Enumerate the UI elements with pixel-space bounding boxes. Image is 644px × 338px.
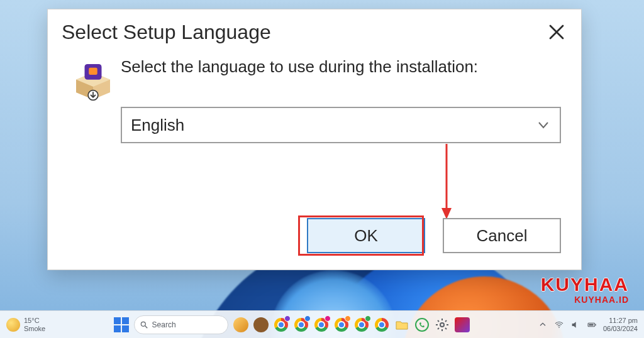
svg-rect-10 — [595, 324, 596, 325]
taskbar-system-tray: 11:27 pm 06/03/2024 — [538, 317, 638, 332]
taskbar-center: Search — [114, 315, 470, 334]
taskbar-chrome-icon[interactable] — [314, 317, 329, 332]
taskbar-app-icon[interactable] — [253, 317, 269, 332]
dialog-title: Select Setup Language — [62, 21, 271, 44]
svg-rect-1 — [89, 68, 97, 75]
taskbar-whatsapp-icon[interactable] — [414, 317, 430, 332]
watermark: KUYHAA KUYHAA.ID — [541, 275, 629, 304]
taskbar-chrome-icon[interactable] — [294, 317, 309, 332]
taskbar-chrome-icon[interactable] — [334, 317, 349, 332]
taskbar-weather[interactable]: 15°C Smoke — [6, 317, 45, 332]
taskbar-chrome-icon[interactable] — [374, 317, 389, 332]
wifi-icon[interactable] — [554, 320, 564, 330]
weather-temp: 15°C — [24, 317, 45, 324]
installer-package-icon — [70, 58, 116, 104]
watermark-site: KUYHAA.ID — [541, 295, 629, 304]
cancel-button[interactable]: Cancel — [443, 218, 561, 253]
taskbar-explorer-icon[interactable] — [394, 317, 409, 332]
setup-language-dialog: Select Setup Language Select the languag… — [47, 9, 582, 270]
tray-chevron-icon[interactable] — [538, 320, 548, 330]
chevron-down-icon — [536, 117, 551, 133]
taskbar-app-icon[interactable] — [233, 317, 248, 332]
weather-icon — [6, 318, 20, 332]
taskbar-clock[interactable]: 11:27 pm 06/03/2024 — [603, 317, 638, 332]
ok-button[interactable]: OK — [307, 218, 425, 253]
battery-icon[interactable] — [587, 320, 597, 330]
svg-rect-11 — [589, 324, 593, 325]
dialog-prompt: Select the language to use during the in… — [121, 56, 561, 78]
svg-line-5 — [145, 325, 147, 328]
clock-time: 11:27 pm — [609, 317, 638, 324]
dialog-titlebar: Select Setup Language — [48, 9, 581, 52]
volume-icon[interactable] — [570, 320, 580, 330]
language-select[interactable]: English — [121, 107, 561, 143]
ok-button-label: OK — [354, 226, 378, 246]
svg-point-4 — [141, 322, 145, 326]
language-select-value: English — [131, 116, 184, 135]
svg-point-8 — [558, 327, 560, 328]
taskbar-search[interactable]: Search — [134, 315, 228, 334]
taskbar-settings-icon[interactable] — [435, 317, 450, 332]
taskbar: 15°C Smoke Search 11:27 pm 06/ — [0, 310, 644, 338]
close-icon[interactable] — [546, 21, 567, 43]
cancel-button-label: Cancel — [477, 226, 528, 246]
taskbar-app-icon[interactable] — [455, 317, 470, 332]
search-icon — [140, 320, 148, 329]
annotation-arrow — [441, 143, 450, 214]
watermark-brand: KUYHAA — [541, 275, 629, 294]
clock-date: 06/03/2024 — [603, 325, 638, 332]
svg-point-6 — [416, 319, 428, 331]
taskbar-search-placeholder: Search — [152, 320, 176, 329]
start-button[interactable] — [114, 317, 129, 332]
taskbar-chrome-icon[interactable] — [354, 317, 369, 332]
taskbar-chrome-icon[interactable] — [274, 317, 289, 332]
weather-desc: Smoke — [24, 325, 45, 332]
svg-point-7 — [440, 323, 444, 327]
